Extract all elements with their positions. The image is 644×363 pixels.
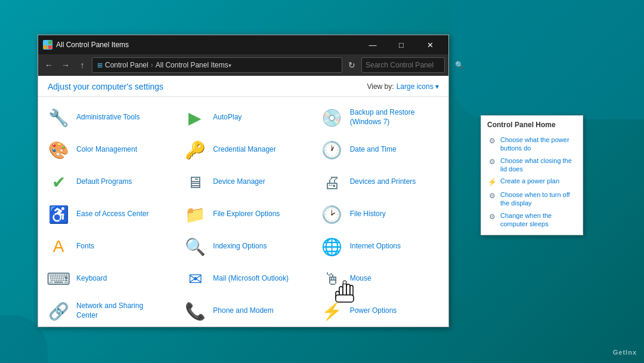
list-item[interactable]: 🌐Internet Options	[312, 230, 448, 263]
control-panel-window: All Control Panel Items — □ ✕ ← → ↑ ⊞ Co…	[38, 35, 449, 327]
popup-item-icon: ⚙	[487, 157, 497, 167]
list-item[interactable]: ♿Ease of Access Center	[38, 198, 175, 230]
address-box[interactable]: ⊞ Control Panel › All Control Panel Item…	[92, 57, 342, 73]
item-label: Backup and Restore (Windows 7)	[350, 108, 440, 127]
item-icon: 🖥	[183, 170, 207, 194]
item-icon: 🎨	[47, 138, 70, 162]
content-header: Adjust your computer's settings View by:…	[38, 76, 448, 97]
item-label: Mouse	[350, 274, 371, 284]
list-item[interactable]: ⚡Power Options	[312, 295, 448, 327]
popup-item[interactable]: ⚙Choose what closing the lid does	[487, 155, 577, 176]
item-icon: ♿	[47, 202, 70, 226]
breadcrumb-all-items[interactable]: All Control Panel Items	[156, 61, 228, 69]
item-label: Keyboard	[76, 274, 107, 284]
titlebar: All Control Panel Items — □ ✕	[38, 35, 448, 54]
search-box[interactable]: 🔍	[361, 57, 445, 73]
refresh-button[interactable]: ↻	[345, 58, 359, 72]
list-item[interactable]: 🔧Administrative Tools	[38, 101, 175, 134]
item-label: Phone and Modem	[213, 306, 273, 316]
item-icon: 🔑	[183, 138, 207, 162]
item-label: Default Programs	[76, 177, 132, 187]
item-icon: 🕐	[320, 138, 344, 162]
breadcrumb-chevron[interactable]: ▾	[228, 62, 231, 69]
list-item[interactable]: 🕑File History	[312, 198, 448, 230]
popup-item[interactable]: ⚙Change when the computer sleeps	[487, 210, 577, 230]
items-grid: 🔧Administrative Tools▶AutoPlay💿Backup an…	[38, 101, 448, 327]
list-item[interactable]: 📁File Explorer Options	[175, 198, 311, 230]
page-title: Adjust your computer's settings	[48, 82, 163, 91]
search-input[interactable]	[366, 61, 455, 69]
popup-item-text: Choose what the power buttons do	[500, 136, 577, 153]
popup-title: Control Panel Home	[487, 121, 577, 129]
item-label: File History	[350, 210, 386, 219]
list-item[interactable]: 📞Phone and Modem	[175, 295, 311, 327]
forward-button[interactable]: →	[58, 58, 73, 72]
item-icon: ✔	[47, 170, 70, 194]
items-area[interactable]: 🔧Administrative Tools▶AutoPlay💿Backup an…	[38, 97, 448, 327]
item-label: Mail (Microsoft Outlook)	[213, 274, 289, 284]
popup-item-text: Create a power plan	[500, 177, 559, 185]
list-item[interactable]: ▶AutoPlay	[175, 101, 311, 134]
item-label: Device Manager	[213, 177, 265, 187]
list-item[interactable]: AFonts	[38, 230, 175, 263]
item-icon: ⌨	[47, 267, 70, 291]
popup-item-text: Choose what closing the lid does	[500, 156, 577, 174]
item-label: AutoPlay	[213, 113, 242, 122]
popup-panel: Control Panel Home ⚙Choose what the powe…	[481, 115, 583, 235]
viewby-option[interactable]: Large icons ▾	[397, 82, 439, 91]
back-button[interactable]: ←	[42, 58, 56, 72]
list-item[interactable]: 🖨Devices and Printers	[312, 166, 448, 198]
popup-items-list: ⚙Choose what the power buttons do⚙Choose…	[487, 134, 577, 230]
popup-item-text: Change when the computer sleeps	[500, 211, 577, 229]
popup-item-icon: ⚡	[487, 177, 497, 187]
search-icon: 🔍	[455, 61, 464, 69]
list-item[interactable]: ✔Default Programs	[38, 166, 175, 198]
item-icon: ✉	[183, 267, 207, 291]
svg-rect-1	[48, 41, 52, 44]
popup-item-icon: ⚙	[487, 136, 497, 146]
window-controls: — □ ✕	[359, 35, 444, 54]
item-label: Indexing Options	[213, 242, 267, 251]
watermark: GetInx	[613, 349, 637, 356]
item-label: Color Management	[76, 145, 137, 155]
popup-item[interactable]: ⚡Create a power plan	[487, 175, 577, 189]
popup-item-icon: ⚙	[487, 212, 497, 222]
list-item[interactable]: ⌨Keyboard	[38, 263, 175, 295]
maximize-button[interactable]: □	[388, 35, 415, 54]
addressbar: ← → ↑ ⊞ Control Panel › All Control Pane…	[38, 54, 448, 76]
viewby-label: View by:	[367, 82, 394, 91]
item-icon: 🌐	[320, 235, 344, 259]
item-icon: 🖱	[320, 267, 344, 291]
item-icon: 🔗	[47, 299, 70, 323]
list-item[interactable]: ✉Mail (Microsoft Outlook)	[175, 263, 311, 295]
list-item[interactable]: 🔗Network and Sharing Center	[38, 295, 175, 327]
list-item[interactable]: 🎨Color Management	[38, 134, 175, 166]
item-label: Fonts	[76, 242, 94, 251]
item-label: Network and Sharing Center	[76, 302, 166, 320]
popup-item-icon: ⚙	[487, 191, 497, 201]
svg-rect-2	[44, 45, 47, 49]
close-button[interactable]: ✕	[416, 35, 444, 54]
list-item[interactable]: 🔑Credential Manager	[175, 134, 311, 166]
popup-item[interactable]: ⚙Choose what the power buttons do	[487, 134, 577, 155]
item-label: Devices and Printers	[350, 177, 416, 187]
up-button[interactable]: ↑	[75, 58, 89, 72]
window-icon	[43, 40, 52, 50]
item-label: Power Options	[350, 306, 397, 316]
item-icon: 📞	[183, 299, 207, 323]
list-item[interactable]: 🖥Device Manager	[175, 166, 311, 198]
list-item[interactable]: 💿Backup and Restore (Windows 7)	[312, 101, 448, 134]
svg-rect-0	[44, 41, 47, 44]
popup-item[interactable]: ⚙Choose when to turn off the display	[487, 189, 577, 210]
list-item[interactable]: 🕐Date and Time	[312, 134, 448, 166]
content-area: Adjust your computer's settings View by:…	[38, 76, 448, 327]
item-icon: 💿	[320, 106, 344, 130]
item-icon: 📁	[183, 202, 207, 226]
list-item[interactable]: 🔍Indexing Options	[175, 230, 311, 263]
item-icon: 🔍	[183, 235, 207, 259]
window-title: All Control Panel Items	[56, 41, 359, 49]
breadcrumb-control-panel[interactable]: Control Panel	[105, 61, 148, 69]
minimize-button[interactable]: —	[359, 35, 386, 54]
breadcrumb: Control Panel › All Control Panel Items	[105, 61, 228, 69]
list-item[interactable]: 🖱Mouse	[312, 263, 448, 295]
